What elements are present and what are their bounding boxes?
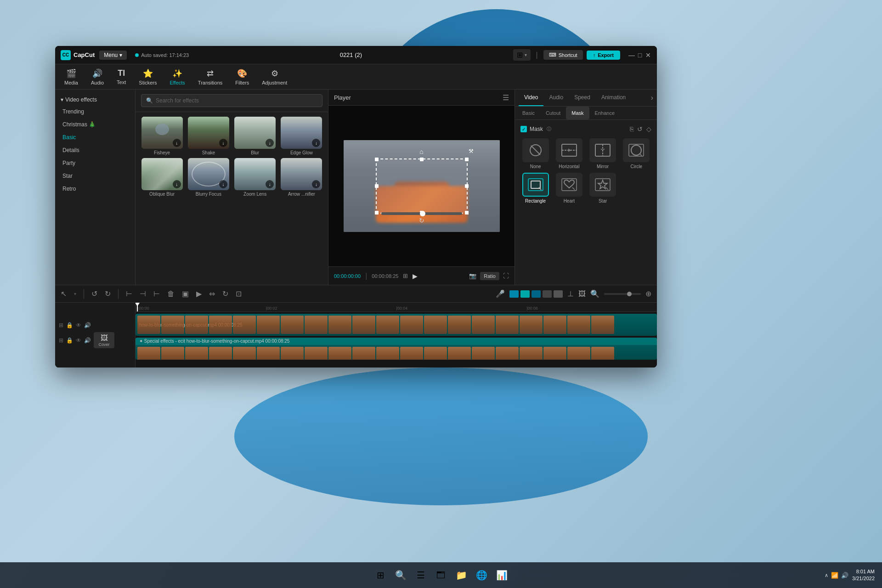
sidebar-item-star[interactable]: Star: [55, 170, 135, 182]
explorer-icon[interactable]: 📁: [452, 566, 470, 584]
ratio-button[interactable]: Ratio: [480, 272, 499, 280]
edge-icon[interactable]: 🌐: [472, 566, 491, 584]
trim-left-icon[interactable]: ⊣: [140, 289, 146, 298]
tool-transitions[interactable]: ⇄ Transitions: [198, 68, 222, 85]
track2-lock-icon[interactable]: 🔒: [66, 337, 73, 344]
track1-grid-icon[interactable]: ⊞: [59, 322, 63, 328]
thumbnail-icon[interactable]: 🖼: [578, 290, 586, 298]
shortcut-button[interactable]: ⌨ Shortcut: [543, 50, 583, 60]
delete-icon[interactable]: 🗑: [167, 290, 175, 298]
mask-handle-bottom-left[interactable]: [375, 211, 379, 215]
layout-selector[interactable]: ⊞ ▾: [513, 49, 531, 61]
tab-audio[interactable]: Audio: [543, 90, 569, 106]
zoom-slider[interactable]: [604, 293, 641, 295]
track-clip-2[interactable]: ✦ Special effects - ecit how-to-blur-som…: [136, 338, 657, 360]
copy-mask-icon[interactable]: ⎘: [630, 125, 633, 133]
track-style-1[interactable]: [509, 290, 519, 298]
playhead[interactable]: [137, 303, 138, 311]
tool-effects[interactable]: ✨ Effects: [170, 68, 185, 85]
track-style-4[interactable]: [543, 290, 552, 298]
player-menu-icon[interactable]: ☰: [503, 93, 509, 102]
mask-slider[interactable]: [381, 212, 462, 215]
sidebar-item-retro[interactable]: Retro: [55, 182, 135, 195]
download-icon[interactable]: ↓: [173, 139, 181, 147]
mask-option-none[interactable]: None: [520, 138, 550, 169]
split2-icon[interactable]: ▣: [182, 289, 189, 298]
effect-blur[interactable]: ↓ Blur: [233, 117, 277, 155]
download-icon[interactable]: ↓: [219, 180, 227, 188]
tab-speed[interactable]: Speed: [569, 90, 596, 106]
tab-animation[interactable]: Animation: [596, 90, 631, 106]
sidebar-item-trending[interactable]: Trending: [55, 105, 135, 118]
effect-edge-glow[interactable]: ↓ Edge Glow: [280, 117, 323, 155]
mask-option-star[interactable]: Star: [588, 173, 618, 204]
download-icon[interactable]: ↓: [312, 139, 320, 147]
more-tabs-icon[interactable]: ›: [651, 94, 653, 102]
rotate-bottom-icon[interactable]: ↻: [419, 217, 424, 224]
select-tool-icon[interactable]: ↖: [61, 289, 67, 298]
split-track-icon[interactable]: ⊥: [567, 289, 574, 298]
timeline-icon[interactable]: ⊞: [403, 272, 408, 279]
close-button[interactable]: ✕: [645, 52, 651, 58]
tool-adjustment[interactable]: ⚙ Adjustment: [262, 68, 287, 85]
split-icon[interactable]: ⊢: [126, 289, 132, 298]
effect-shake[interactable]: ↓ Shake: [187, 117, 230, 155]
mirror-icon[interactable]: ⇔: [209, 289, 215, 298]
track2-eye-icon[interactable]: 👁: [76, 337, 81, 344]
clock[interactable]: 8:01 AM 3/21/2022: [852, 568, 875, 582]
mask-selection-box[interactable]: ⌂ ⚒ ↻: [376, 158, 468, 214]
chevron-up-icon[interactable]: ∧: [825, 572, 828, 578]
fullscreen-icon[interactable]: ⛶: [503, 272, 509, 279]
effect-arrow-magnifier[interactable]: ↓ Arrow ...nifier: [280, 158, 323, 197]
subtab-basic[interactable]: Basic: [517, 107, 540, 119]
undo-icon[interactable]: ↺: [91, 289, 97, 298]
zoom-out-icon[interactable]: ⊕: [645, 289, 651, 298]
download-icon[interactable]: ↓: [266, 139, 274, 147]
track2-grid-icon[interactable]: ⊞: [59, 337, 63, 344]
tool-text[interactable]: TI Text: [117, 68, 126, 85]
taskview-icon[interactable]: ☰: [412, 566, 430, 584]
track1-lock-icon[interactable]: 🔒: [66, 322, 73, 328]
zoom-slider-thumb[interactable]: [627, 292, 632, 296]
effect-fisheye[interactable]: ↓ Fisheye: [140, 117, 184, 155]
clear-mask-icon[interactable]: ◇: [646, 125, 651, 133]
rotate-icon[interactable]: ↻: [222, 289, 228, 298]
track2-volume-icon[interactable]: 🔊: [84, 337, 91, 344]
zoom-icon[interactable]: 🔍: [590, 289, 599, 298]
play-icon[interactable]: ▶: [196, 289, 202, 298]
undo-mask-icon[interactable]: ↺: [637, 125, 643, 133]
mask-option-horizontal[interactable]: Horizontal: [554, 138, 584, 169]
export-button[interactable]: ↑ Export: [587, 51, 620, 60]
crop-icon[interactable]: ⊡: [236, 289, 242, 298]
store-icon[interactable]: 📊: [492, 566, 511, 584]
mask-handle-top-mid[interactable]: [420, 158, 424, 161]
microphone-icon[interactable]: 🎤: [496, 289, 505, 298]
subtab-mask[interactable]: Mask: [566, 107, 589, 119]
start-button[interactable]: ⊞: [371, 566, 390, 584]
cover-label[interactable]: 🖼 Cover: [94, 332, 114, 348]
search-input-wrapper[interactable]: 🔍 Search for effects: [141, 94, 322, 107]
play-button[interactable]: ▶: [413, 272, 418, 280]
sidebar-item-party[interactable]: Party: [55, 157, 135, 170]
search-taskbar-icon[interactable]: 🔍: [391, 566, 410, 584]
mask-option-heart[interactable]: Heart: [554, 173, 584, 204]
mask-handle-top-right[interactable]: [465, 158, 469, 161]
redo-icon[interactable]: ↻: [105, 289, 111, 298]
track-style-3[interactable]: [531, 290, 541, 298]
widgets-icon[interactable]: 🗔: [432, 566, 450, 584]
sidebar-item-details[interactable]: Details: [55, 144, 135, 157]
network-icon[interactable]: 📶: [831, 572, 838, 579]
mask-option-rectangle[interactable]: Rectangle: [520, 173, 550, 204]
track1-volume-icon[interactable]: 🔊: [84, 322, 91, 328]
menu-button[interactable]: Menu ▾: [99, 51, 127, 60]
mask-checkbox[interactable]: ✓: [520, 126, 527, 132]
track-clip-1[interactable]: how-to-blur-something-on-capcut.mp4 00:0…: [136, 314, 657, 336]
mask-handle-top-left[interactable]: [375, 158, 379, 161]
tab-video[interactable]: Video: [519, 90, 543, 106]
sidebar-item-christmas[interactable]: Christmas 🎄: [55, 118, 135, 131]
subtab-cutout[interactable]: Cutout: [540, 107, 566, 119]
mask-handle-bottom-right[interactable]: [465, 211, 469, 215]
download-icon[interactable]: ↓: [219, 139, 227, 147]
minimize-button[interactable]: —: [628, 52, 635, 58]
mask-handle-mid-left[interactable]: [375, 184, 379, 188]
